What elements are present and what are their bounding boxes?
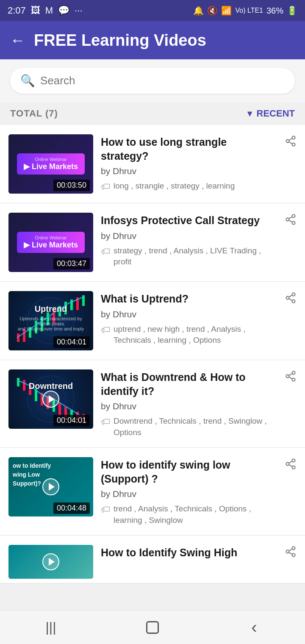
- svg-point-45: [292, 378, 295, 381]
- svg-rect-32: [23, 380, 25, 391]
- svg-point-2: [292, 143, 295, 146]
- video-author: by Dhruv: [101, 231, 277, 241]
- status-right: 🔔 🔇 📶 Vo) LTE1 36% 🔋: [193, 6, 297, 16]
- svg-rect-31: [17, 378, 19, 386]
- bottom-nav: ||| ‹: [0, 610, 305, 644]
- svg-point-1: [286, 140, 289, 143]
- video-author: by Dhruv: [101, 489, 277, 499]
- tag-text: Downtrend , Technicals , trend , Swinglo…: [114, 416, 277, 438]
- svg-point-6: [286, 218, 289, 221]
- svg-point-49: [286, 463, 289, 466]
- video-title: What is Downtrend & How to identify it?: [101, 370, 277, 398]
- alarm-icon: 🔔: [193, 6, 204, 16]
- back-button[interactable]: ‹: [237, 615, 271, 640]
- video-info: What is Downtrend & How to identify it? …: [101, 369, 277, 438]
- duration-badge: 00:03:50: [53, 180, 90, 191]
- duration-badge: 00:04:01: [53, 336, 90, 348]
- tag-text: strategy , trend , Analysis , LIVE Tradi…: [114, 245, 277, 268]
- svg-line-52: [289, 461, 292, 464]
- svg-line-56: [289, 552, 292, 555]
- tag-text: long , strangle , strategy , learning: [114, 180, 235, 192]
- home-button[interactable]: [136, 615, 169, 640]
- video-tags: 🏷 trend , Analysis , Technicals , Option…: [101, 503, 277, 526]
- svg-point-55: [292, 554, 295, 557]
- svg-point-26: [292, 300, 295, 303]
- battery-label: 36%: [266, 6, 283, 16]
- sort-label-text: RECENT: [257, 108, 295, 119]
- time-display: 2:07: [8, 5, 26, 16]
- duration-badge: 00:04:01: [53, 415, 90, 426]
- video-thumbnail[interactable]: Online Webinar ▶ Live Markets 00:03:50: [8, 134, 93, 194]
- video-tags: 🏷 long , strangle , strategy , learning: [101, 180, 277, 192]
- svg-line-3: [289, 142, 292, 144]
- video-list: Online Webinar ▶ Live Markets 00:03:50 H…: [0, 125, 305, 583]
- list-item: How to Identify Swing High: [0, 536, 305, 583]
- video-author: by Dhruv: [101, 166, 277, 176]
- search-icon: 🔍: [20, 74, 35, 88]
- svg-line-4: [289, 139, 292, 141]
- video-author: by Dhruv: [101, 401, 277, 411]
- svg-point-7: [292, 222, 295, 225]
- mute-icon: 🔇: [207, 6, 218, 16]
- page-title: FREE Learning Videos: [34, 31, 206, 50]
- svg-line-51: [289, 465, 292, 467]
- svg-point-44: [286, 375, 289, 378]
- share-button[interactable]: [285, 370, 297, 385]
- list-item: Uptrend Uptrends are characterized by hi…: [0, 282, 305, 360]
- status-left: 2:07 🖼 M 💬 ···: [8, 5, 83, 16]
- svg-line-47: [289, 374, 292, 376]
- video-thumbnail[interactable]: Uptrend Uptrends are characterized by hi…: [8, 291, 93, 350]
- gmail-icon: M: [45, 5, 53, 16]
- share-button[interactable]: [285, 135, 297, 150]
- tag-icon: 🏷: [101, 504, 110, 515]
- status-bar: 2:07 🖼 M 💬 ··· 🔔 🔇 📶 Vo) LTE1 36% 🔋: [0, 0, 305, 21]
- tag-icon: 🏷: [101, 325, 110, 336]
- svg-point-0: [292, 136, 295, 139]
- video-info: What is Uptrend? by Dhruv 🏷 uptrend , ne…: [101, 291, 277, 346]
- video-thumbnail[interactable]: ow to Identifywing LowSupport)? 00:04:48: [8, 457, 93, 516]
- svg-line-9: [289, 217, 292, 219]
- video-thumbnail[interactable]: Online Webinar ▶ Live Markets 00:03:47: [8, 213, 93, 272]
- share-button[interactable]: [285, 214, 297, 228]
- svg-line-46: [289, 377, 292, 379]
- svg-point-54: [286, 550, 289, 553]
- video-thumbnail[interactable]: Downtrend 00:04:01: [8, 369, 93, 429]
- video-title: Infosys Protective Call Strategy: [101, 214, 277, 228]
- more-icon: ···: [75, 5, 82, 16]
- share-button[interactable]: [285, 458, 297, 473]
- video-tags: 🏷 Downtrend , Technicals , trend , Swing…: [101, 416, 277, 438]
- wifi-icon: 📶: [221, 6, 232, 16]
- search-container: 🔍: [0, 59, 305, 102]
- video-title: How to Identify Swing High: [101, 546, 277, 560]
- search-input[interactable]: [40, 74, 285, 87]
- svg-point-5: [292, 214, 295, 217]
- video-thumbnail[interactable]: [8, 545, 93, 579]
- svg-line-28: [289, 295, 292, 297]
- search-bar[interactable]: 🔍: [10, 68, 295, 94]
- video-title: How to use long strangle strategy?: [101, 135, 277, 163]
- share-button[interactable]: [285, 546, 297, 561]
- tag-icon: 🏷: [101, 246, 110, 257]
- svg-point-25: [286, 297, 289, 300]
- back-button[interactable]: ←: [10, 31, 25, 49]
- list-item: ow to Identifywing LowSupport)? 00:04:48…: [0, 448, 305, 536]
- video-info: How to Identify Swing High: [101, 545, 277, 563]
- tag-icon: 🏷: [101, 416, 110, 427]
- tag-text: trend , Analysis , Technicals , Options …: [114, 503, 277, 526]
- list-item: Online Webinar ▶ Live Markets 00:03:50 H…: [0, 125, 305, 203]
- share-button[interactable]: [285, 292, 297, 307]
- svg-rect-58: [147, 622, 158, 633]
- app-header: ← FREE Learning Videos: [0, 21, 305, 59]
- list-item: Downtrend 00:04:01 What is Downtrend & H…: [0, 360, 305, 448]
- video-title: How to identify swing low (Support) ?: [101, 458, 277, 486]
- sort-button[interactable]: ▼ RECENT: [246, 108, 295, 119]
- video-author: by Dhruv: [101, 309, 277, 319]
- video-info: Infosys Protective Call Strategy by Dhru…: [101, 213, 277, 268]
- chevron-down-icon: ▼: [246, 109, 254, 119]
- svg-point-43: [292, 371, 295, 374]
- chat-icon: 💬: [58, 5, 69, 16]
- sort-bar: TOTAL (7) ▼ RECENT: [0, 102, 305, 125]
- svg-point-53: [292, 547, 295, 550]
- menu-button[interactable]: |||: [34, 615, 68, 640]
- svg-point-48: [292, 459, 295, 462]
